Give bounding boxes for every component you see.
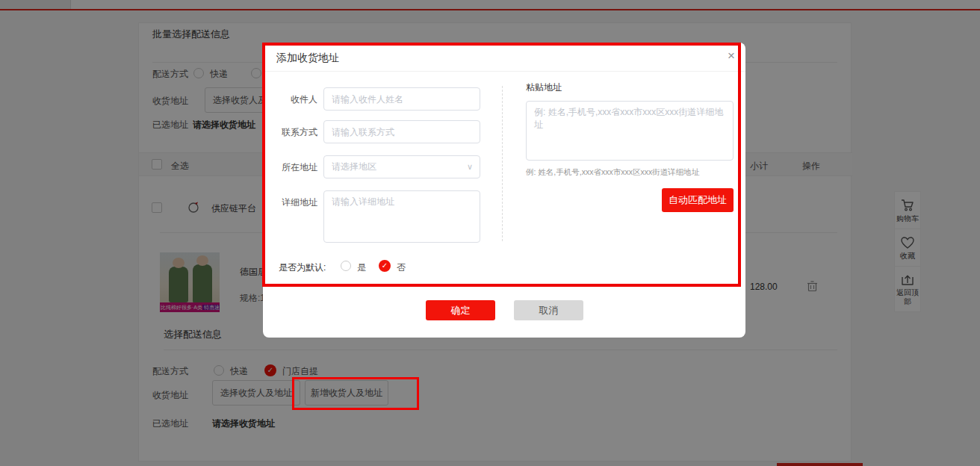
detail-textarea[interactable] <box>323 190 480 243</box>
divider <box>263 71 745 72</box>
close-icon[interactable]: × <box>728 49 735 63</box>
default-yes-radio[interactable] <box>341 261 351 271</box>
add-address-modal: 添加收货地址 × 收件人 联系方式 所在地址 请选择地区 ∨ 详细地址 粘贴地址… <box>263 43 745 338</box>
recipient-label: 收件人 <box>273 93 317 106</box>
paste-address-textarea[interactable] <box>526 101 734 161</box>
contact-input[interactable] <box>323 120 480 143</box>
cancel-button[interactable]: 取消 <box>514 300 583 320</box>
auto-match-address-button[interactable]: 自动匹配地址 <box>662 188 734 212</box>
recipient-input[interactable] <box>323 87 480 111</box>
default-no-radio-checked[interactable]: ✓ <box>379 260 391 272</box>
default-no-label: 否 <box>397 261 406 274</box>
contact-label: 联系方式 <box>273 126 317 139</box>
modal-title: 添加收货地址 <box>276 52 339 65</box>
divider <box>502 86 503 241</box>
region-select[interactable]: 请选择地区 ∨ <box>323 155 480 178</box>
default-row-label: 是否为默认: <box>279 261 326 274</box>
region-label: 所在地址 <box>273 161 317 174</box>
default-yes-label: 是 <box>357 261 366 274</box>
region-select-value: 请选择地区 <box>332 161 376 172</box>
paste-address-hint: 例: 姓名,手机号,xxx省xxx市xxx区xxx街道详细地址 <box>526 167 699 178</box>
detail-label: 详细地址 <box>273 196 317 209</box>
chevron-down-icon: ∨ <box>467 156 473 178</box>
paste-address-label: 粘贴地址 <box>526 81 562 94</box>
confirm-button[interactable]: 确定 <box>426 300 495 320</box>
